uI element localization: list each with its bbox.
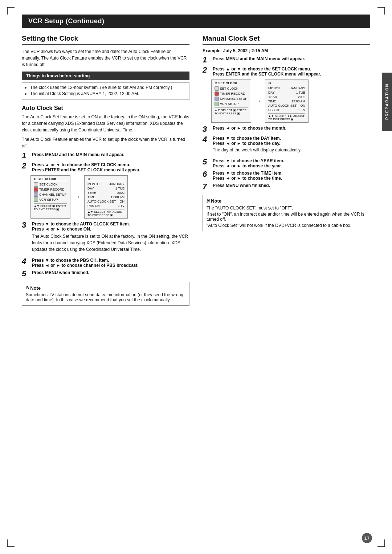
auto-clock-intro: The Auto Clock Set feature is set to ON … — [22, 114, 189, 133]
things-list-item-2: The initial Clock Setting is JANUARY 1, … — [30, 91, 185, 96]
page-number: 17 — [362, 533, 372, 543]
right-step-content-3: Press ◄ or ► to choose the month. — [213, 126, 370, 131]
left-section-title: Setting the Clock — [22, 34, 189, 45]
left-menu-box-2: ⊙ MONTHJANUARY DAY1 TUE YEAR2002 TIME12:… — [84, 175, 128, 219]
corner-tl — [7, 7, 15, 15]
right-step-2-line-2: Press ENTER and the SET CLOCK menu will … — [213, 72, 370, 77]
menu-item-vcr-setup: VCR SETUP — [34, 197, 67, 202]
step-3-line-2: Press ◄ or ► to choose ON. — [32, 227, 189, 232]
arrow-right-1: → — [74, 175, 81, 219]
right-data-row-auto: AUTO CLOCK SETON — [268, 103, 305, 108]
data-row-time: TIME12:00 AM — [87, 195, 124, 199]
step-number-5: 5 — [22, 269, 30, 278]
right-note-box: N Note The "AUTO CLOCK SET" must set to … — [203, 195, 370, 231]
right-step-4: 4 Press ▼ to choose the DAY item. Press … — [203, 136, 370, 156]
right-data-row-day: DAY1 TUE — [268, 90, 305, 95]
right-step-content-4: Press ▼ to choose the DAY item. Press ◄ … — [213, 136, 370, 156]
two-col-layout: Setting the Clock The VCR allows two way… — [22, 34, 370, 306]
right-menu-box-1-title: ⊙ SET CLOCK — [215, 81, 248, 85]
right-step-number-7: 7 — [203, 182, 211, 191]
step-2-line-2: Press ENTER and the SET CLOCK menu will … — [32, 167, 189, 172]
right-step-number-4: 4 — [203, 135, 211, 144]
step-number-2: 2 — [22, 162, 30, 170]
left-menu-footer-1: ▲▼ SELECT ▣ ENTERTO EXIT PRESS ▣ — [34, 203, 67, 211]
right-menu-item-3: CHANNEL SETUP — [215, 96, 248, 101]
right-step-number-5: 5 — [203, 158, 211, 166]
right-step-6-line-2: Press ◄ or ► to choose the time. — [213, 176, 370, 181]
right-step-1: 1 Press MENU and the MAIN menu will appe… — [203, 56, 370, 64]
left-step-3: 3 Press ▼ to choose the AUTO CLOCK SET i… — [22, 221, 189, 256]
right-menu-box-2: ⊙ MONTHJANUARY DAY1 TUE YEAR2002 TIME12:… — [265, 80, 309, 123]
left-step-5: 5 Press MENU when finished. — [22, 270, 189, 278]
right-step-4-subtext: The day of the week will display automat… — [213, 147, 370, 153]
data-row-pbs: PBS CH.2 TV — [87, 204, 124, 208]
right-step-number-6: 6 — [203, 170, 211, 179]
right-step-5-line-2: Press ◄ or ► to choose the year. — [213, 163, 370, 168]
right-step-6-line-1: Press ▼ to choose the TIME item. — [213, 171, 370, 176]
corner-bl — [7, 539, 15, 547]
right-menu-footer-1: ▲▼ SELECT ▣ ENTERTO EXIT PRESS ▣ — [215, 107, 248, 115]
left-menu-box-2-title: ⊙ — [87, 177, 124, 181]
step-content-1: Press MENU and the MAIN menu will appear… — [32, 152, 189, 157]
step-1-line: Press MENU and the MAIN menu will appear… — [32, 152, 124, 157]
menu-item-channel-setup: CHANNEL SETUP — [34, 192, 67, 197]
right-menu-box-1: ⊙ SET CLOCK SET CLOCK TIMER RECORD CHANN… — [211, 80, 251, 123]
left-step-2: 2 Press ▲ or ▼ to choose the SET CLOCK m… — [22, 162, 189, 172]
left-menu-images: ⊙ SET CLOCK SET CLOCK TIMER RECORD CHANN… — [30, 175, 189, 219]
left-note-text: Sometimes TV stations do not send date/t… — [26, 292, 185, 302]
right-step-2-line-1: Press ▲ or ▼ to choose the SET CLOCK men… — [213, 66, 370, 72]
right-step-5-line-1: Press ▼ to choose the YEAR item. — [213, 158, 370, 163]
right-menu-images: ⊙ SET CLOCK SET CLOCK TIMER RECORD CHANN… — [211, 80, 370, 123]
right-step-content-2: Press ▲ or ▼ to choose the SET CLOCK men… — [213, 66, 370, 77]
right-step-7: 7 Press MENU when finished. — [203, 183, 370, 191]
things-list-item-1: The clock uses the 12-hour system. (Be s… — [30, 85, 185, 90]
right-step-4-line-2: Press ◄ or ► to choose the day. — [213, 141, 370, 146]
step-number-3: 3 — [22, 221, 30, 229]
right-menu-item-2: TIMER RECORD — [215, 91, 248, 96]
left-column: Setting the Clock The VCR allows two way… — [22, 34, 189, 306]
right-menu-footer-2: ▲▼ SELECT ◄► ADJUSTTO EXIT PRESS ▣ — [268, 113, 305, 121]
right-data-row-year: YEAR2002 — [268, 95, 305, 99]
step-3-line-1: Press ▼ to choose the AUTO CLOCK SET ite… — [32, 221, 189, 227]
right-column: Manual Clock Set Example: July 5, 2002 ;… — [203, 34, 370, 306]
left-menu-box-1-title: ⊙ SET CLOCK — [34, 177, 67, 181]
things-list: The clock uses the 12-hour system. (Be s… — [22, 82, 189, 100]
left-intro-text: The VCR allows two ways to set the time … — [22, 48, 189, 68]
sidebar-tab: PREPARATION — [382, 73, 392, 131]
right-menu-box-2-title: ⊙ — [268, 81, 305, 85]
left-step-1: 1 Press MENU and the MAIN menu will appe… — [22, 152, 189, 160]
right-step-3: 3 Press ◄ or ► to choose the month. — [203, 126, 370, 134]
step-5-line-1: Press MENU when finished. — [32, 270, 189, 275]
right-data-row-month: MONTHJANUARY — [268, 86, 305, 90]
step-4-line-1: Press ▼ to choose the PBS CH. item. — [32, 258, 189, 263]
page-container: VCR Setup (Continued) PREPARATION Settin… — [0, 0, 392, 554]
left-step-4: 4 Press ▼ to choose the PBS CH. item. Pr… — [22, 258, 189, 268]
right-data-row-pbs: PBS CH.2 TV — [268, 108, 305, 112]
right-section-title: Manual Clock Set — [203, 34, 370, 45]
step-number-4: 4 — [22, 257, 30, 266]
right-step-1-line: Press MENU and the MAIN menu will appear… — [213, 56, 305, 61]
menu-item-set-clock: SET CLOCK — [34, 182, 67, 187]
step-content-4: Press ▼ to choose the PBS CH. item. Pres… — [32, 258, 189, 268]
left-note-box: N Note Sometimes TV stations do not send… — [22, 282, 189, 306]
header-bar: VCR Setup (Continued) — [22, 15, 370, 28]
right-note-line-3: "Auto Clock Set" will not work if the DV… — [207, 223, 366, 228]
step-number-1: 1 — [22, 151, 30, 160]
left-menu-footer-2: ▲▼ SELECT ◄► ADJUSTTO EXIT PRESS ▣ — [87, 209, 124, 217]
right-step-2: 2 Press ▲ or ▼ to choose the SET CLOCK m… — [203, 66, 370, 77]
right-step-content-7: Press MENU when finished. — [213, 183, 370, 188]
left-note-title: N Note — [26, 285, 185, 291]
step-3-subtext: The Auto Clock Set feature is set to ON … — [32, 233, 189, 253]
step-content-3: Press ▼ to choose the AUTO CLOCK SET ite… — [32, 221, 189, 256]
right-step-6: 6 Press ▼ to choose the TIME item. Press… — [203, 171, 370, 181]
right-step-4-line-1: Press ▼ to choose the DAY item. — [213, 136, 370, 141]
right-step-number-1: 1 — [203, 56, 211, 64]
right-step-3-line: Press ◄ or ► to choose the month. — [213, 126, 286, 131]
step-content-5: Press MENU when finished. — [32, 270, 189, 275]
right-step-content-1: Press MENU and the MAIN menu will appear… — [213, 56, 370, 61]
right-note-title: N Note — [207, 198, 366, 204]
things-box-title: Things to know before starting — [22, 72, 189, 80]
right-note-line-1: The "AUTO CLOCK SET" must set to "OFF". — [207, 205, 366, 211]
right-step-content-6: Press ▼ to choose the TIME item. Press ◄… — [213, 171, 370, 181]
arrow-right-2: → — [255, 80, 261, 123]
